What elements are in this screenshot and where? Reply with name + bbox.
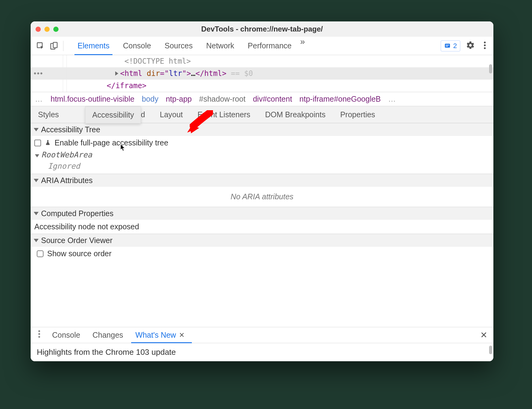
breadcrumb-item[interactable]: body <box>142 95 158 103</box>
section-title: Computed Properties <box>41 209 113 218</box>
tab-layout[interactable]: Layout <box>152 106 190 123</box>
breadcrumb-prev-icon[interactable]: … <box>35 95 43 103</box>
drawer-close-icon[interactable]: ✕ <box>474 330 493 340</box>
more-options-kebab-icon[interactable] <box>481 41 489 51</box>
section-accessibility-tree: Accessibility Tree Enable full-page acce… <box>31 123 493 174</box>
drawer-tab-changes[interactable]: Changes <box>86 327 129 343</box>
svg-point-8 <box>484 47 486 49</box>
not-exposed-message: Accessibility node not exposed <box>31 220 493 234</box>
dom-tree[interactable]: <!DOCTYPE html> ••• <html dir="ltr">…</h… <box>31 55 493 92</box>
disclosure-triangle-icon[interactable] <box>35 154 39 157</box>
expand-triangle-icon[interactable] <box>115 71 118 76</box>
experiment-flask-icon <box>45 139 51 148</box>
enable-full-page-label: Enable full-page accessibility tree <box>55 138 168 147</box>
drawer-tab-label: What's New <box>135 331 176 340</box>
tab-event-listeners[interactable]: Event Listeners <box>190 106 258 123</box>
dom-row[interactable]: <!DOCTYPE html> <box>31 55 493 67</box>
svg-point-7 <box>484 44 486 46</box>
root-web-area-label: RootWebArea <box>41 150 92 159</box>
elements-side-tabs: Styles mputed Layout Event Listeners DOM… <box>31 106 493 123</box>
tree-node-root[interactable]: RootWebArea <box>31 150 493 162</box>
svg-rect-5 <box>446 46 448 47</box>
section-title: Accessibility Tree <box>41 125 100 134</box>
scrollbar[interactable] <box>488 343 493 361</box>
drawer-kebab-icon[interactable] <box>32 330 46 340</box>
more-tabs-chevron-icon[interactable]: » <box>298 37 307 55</box>
issues-badge[interactable]: 2 <box>441 40 460 51</box>
breadcrumb-item[interactable]: html.focus-outline-visible <box>51 95 135 103</box>
tab-elements[interactable]: Elements <box>71 37 116 55</box>
breadcrumb-item[interactable]: ntp-app <box>166 95 192 103</box>
settings-gear-icon[interactable] <box>463 41 478 51</box>
disclosure-triangle-icon[interactable] <box>34 212 39 215</box>
window-title: DevTools - chrome://new-tab-page/ <box>31 25 493 33</box>
highlight-heading: Highlights from the Chrome 103 update <box>37 347 176 357</box>
tab-sources[interactable]: Sources <box>158 37 200 55</box>
ignored-label: Ignored <box>48 162 80 171</box>
section-header[interactable]: ARIA Attributes <box>31 174 493 187</box>
enable-full-page-row[interactable]: Enable full-page accessibility tree <box>31 136 493 150</box>
svg-rect-4 <box>446 45 449 45</box>
breadcrumb-item[interactable]: #shadow-root <box>199 95 245 103</box>
tab-performance[interactable]: Performance <box>241 37 298 55</box>
tab-accessibility-dragging[interactable]: Accessibility <box>85 106 141 123</box>
main-tabs: Elements Console Sources Network Perform… <box>71 37 307 55</box>
issues-count: 2 <box>453 42 457 50</box>
main-toolbar: Elements Console Sources Network Perform… <box>31 37 493 55</box>
section-title: Source Order Viewer <box>41 236 112 245</box>
svg-point-11 <box>38 336 40 338</box>
disclosure-triangle-icon[interactable] <box>34 128 39 131</box>
gutter-dots: ••• <box>34 69 43 78</box>
separator <box>63 41 63 51</box>
section-aria-attributes: ARIA Attributes No ARIA attributes <box>31 174 493 207</box>
drawer-tabs: Console Changes What's New ✕ ✕ <box>31 327 493 343</box>
breadcrumb-next-icon[interactable]: … <box>388 95 397 103</box>
breadcrumb[interactable]: … html.focus-outline-visible body ntp-ap… <box>31 92 493 106</box>
devtools-window: DevTools - chrome://new-tab-page/ Elemen… <box>31 21 493 361</box>
svg-point-6 <box>484 41 486 43</box>
breadcrumb-item[interactable]: div#content <box>253 95 292 103</box>
disclosure-triangle-icon[interactable] <box>34 239 39 242</box>
device-toolbar-icon[interactable] <box>48 40 59 51</box>
svg-point-10 <box>38 333 40 335</box>
svg-rect-2 <box>53 42 57 48</box>
dom-row-selected[interactable]: ••• <html dir="ltr">…</html> == $0 <box>31 67 493 80</box>
tab-properties[interactable]: Properties <box>333 106 382 123</box>
drawer-content: Highlights from the Chrome 103 update <box>31 343 493 361</box>
section-header[interactable]: Accessibility Tree <box>31 123 493 136</box>
doctype-text: <!DOCTYPE html> <box>124 57 191 66</box>
tree-node-ignored[interactable]: Ignored <box>31 162 493 174</box>
titlebar: DevTools - chrome://new-tab-page/ <box>31 21 493 37</box>
disclosure-triangle-icon[interactable] <box>34 179 39 182</box>
scrollbar[interactable] <box>487 55 493 92</box>
tab-network[interactable]: Network <box>200 37 241 55</box>
dom-row[interactable]: </iframe> <box>31 80 493 92</box>
section-computed-properties: Computed Properties Accessibility node n… <box>31 207 493 234</box>
no-aria-message: No ARIA attributes <box>31 187 493 207</box>
tab-dom-breakpoints[interactable]: DOM Breakpoints <box>258 106 333 123</box>
drawer-tab-console[interactable]: Console <box>46 327 86 343</box>
section-source-order: Source Order Viewer Show source order <box>31 234 493 266</box>
svg-point-9 <box>38 330 40 332</box>
checkbox[interactable] <box>34 140 41 146</box>
show-source-order-label: Show source order <box>47 249 112 258</box>
issues-icon <box>444 43 451 49</box>
drawer-tab-whats-new[interactable]: What's New ✕ <box>129 327 191 343</box>
section-title: ARIA Attributes <box>41 176 93 185</box>
inspect-element-icon[interactable] <box>35 40 46 51</box>
tab-console[interactable]: Console <box>116 37 158 55</box>
drawer: Console Changes What's New ✕ ✕ Highlight… <box>31 327 493 361</box>
svg-rect-3 <box>445 43 450 47</box>
show-source-order-row[interactable]: Show source order <box>31 247 493 266</box>
breadcrumb-item[interactable]: ntp-iframe#oneGoogleB <box>299 95 381 103</box>
tab-close-icon[interactable]: ✕ <box>179 331 184 339</box>
section-header[interactable]: Source Order Viewer <box>31 234 493 247</box>
tab-styles[interactable]: Styles <box>31 106 66 123</box>
section-header[interactable]: Computed Properties <box>31 207 493 220</box>
checkbox[interactable] <box>37 250 44 257</box>
mouse-cursor-icon <box>120 144 126 152</box>
